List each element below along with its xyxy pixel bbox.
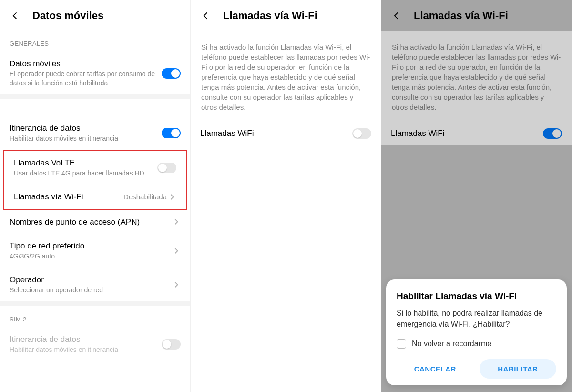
header: Llamadas vía Wi-Fi [191,0,381,31]
wifi-calls-value: Deshabilitada [123,193,167,201]
back-icon[interactable] [391,10,402,21]
info-text: Si ha activado la función Llamadas vía W… [191,31,381,122]
dialog-remember-label: No volver a recordarme [412,340,491,348]
row-apn[interactable]: Nombres de punto de acceso (APN) [0,210,190,234]
net-type-label: Tipo de red preferido [10,241,168,251]
page-title: Llamadas vía Wi-Fi [223,10,317,22]
wifi-calls-label: Llamadas WiFi [200,128,347,138]
roaming2-sub: Habilitar datos móviles en itinerancia [10,345,156,354]
wifi-calls-label: Llamadas WiFi [391,128,537,138]
row-roaming-sim2: Itinerancia de datos Habilitar datos móv… [0,328,190,361]
screen-mobile-data: Datos móviles GENERALES Datos móviles El… [0,0,191,392]
section-generales: GENERALES [0,31,190,52]
row-wifi-calls[interactable]: Llamadas vía Wi-Fi Deshabilitada [4,185,186,208]
mobile-data-label: Datos móviles [10,59,156,69]
row-operator[interactable]: Operador Seleccionar un operador de red [0,268,190,301]
row-roaming[interactable]: Itinerancia de datos Habilitar datos móv… [0,116,190,150]
row-net-type[interactable]: Tipo de red preferido 4G/3G/2G auto [0,234,190,268]
section-sim2: SIM 2 [0,306,190,328]
back-icon[interactable] [10,10,21,21]
net-type-sub: 4G/3G/2G auto [10,252,168,261]
chevron-right-icon [170,194,176,200]
wifi-calls-label: Llamadas vía Wi-Fi [14,192,118,202]
wifi-calls-toggle[interactable] [543,128,562,139]
roaming-sub: Habilitar datos móviles en itinerancia [10,134,156,143]
mobile-data-sub: El operador puede cobrar tarifas por con… [10,70,156,88]
chevron-right-icon [174,248,181,254]
volte-toggle[interactable] [157,163,176,173]
operator-label: Operador [10,275,168,285]
volte-sub: Usar datos LTE 4G para hacer llamadas HD [14,169,152,178]
screen-wifi-calling-dialog: Llamadas vía Wi-Fi Si ha activado la fun… [381,0,572,392]
cancel-button[interactable]: CANCELAR [397,359,474,379]
dialog-actions: CANCELAR HABILITAR [397,359,556,379]
chevron-right-icon [174,218,181,225]
header: Datos móviles [0,0,190,31]
chevron-right-icon [174,281,181,288]
roaming2-toggle [162,339,181,350]
enable-wifi-dialog: Habilitar Llamadas vía Wi-Fi Si lo habil… [386,279,567,385]
dialog-body: Si lo habilita, no podrá realizar llamad… [397,308,556,330]
row-volte[interactable]: Llamadas VoLTE Usar datos LTE 4G para ha… [4,151,186,185]
enable-button[interactable]: HABILITAR [480,359,557,379]
volte-label: Llamadas VoLTE [14,158,152,168]
page-title: Llamadas vía Wi-Fi [414,10,508,22]
row-wifi-calls[interactable]: Llamadas WiFi [191,122,381,145]
checkbox-icon[interactable] [397,339,406,349]
dialog-remember-row[interactable]: No volver a recordarme [397,339,556,349]
operator-sub: Seleccionar un operador de red [10,286,168,295]
back-icon[interactable] [200,10,212,21]
mobile-data-toggle[interactable] [162,68,181,79]
wifi-calls-toggle[interactable] [352,128,371,139]
roaming-toggle[interactable] [162,128,181,138]
header: Llamadas vía Wi-Fi [381,0,572,31]
row-mobile-data[interactable]: Datos móviles El operador puede cobrar t… [0,52,190,94]
roaming2-label: Itinerancia de datos [10,334,156,344]
roaming-label: Itinerancia de datos [10,123,156,133]
dialog-title: Habilitar Llamadas vía Wi-Fi [397,291,556,301]
divider [0,301,190,306]
row-wifi-calls[interactable]: Llamadas WiFi [381,122,572,145]
highlight-box: Llamadas VoLTE Usar datos LTE 4G para ha… [3,150,187,210]
divider [0,94,190,99]
info-text: Si ha activado la función Llamadas vía W… [381,31,572,122]
page-title: Datos móviles [32,10,103,22]
apn-label: Nombres de punto de acceso (APN) [10,217,168,227]
screen-wifi-calling-off: Llamadas vía Wi-Fi Si ha activado la fun… [191,0,381,392]
